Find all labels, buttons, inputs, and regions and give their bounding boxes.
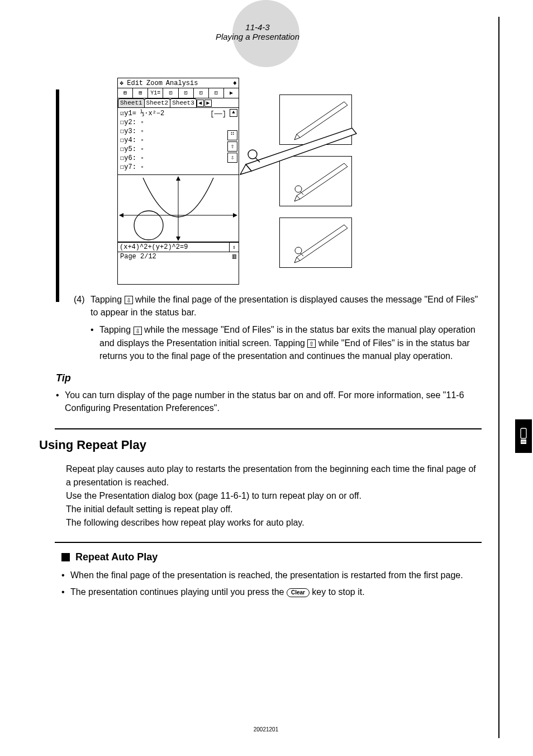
figure-area: ❖ Edit Zoom Analysis ♦ ⊞ ⊞ Y1= ⊡ ⊡ ⊡ ⊡ ▶… [117, 78, 482, 285]
svg-point-21 [295, 247, 302, 254]
stylus-figure-2 [279, 156, 352, 206]
scroll-widgets[interactable]: ⠛ ⇧ ⇩ [227, 130, 237, 163]
scroll-down-button[interactable]: ⇩ [227, 153, 237, 163]
para: Repeat play causes auto play to restarts… [66, 462, 476, 489]
stylus-figure-3 [279, 218, 352, 268]
section-title: Playing a Presentation [34, 32, 482, 41]
toolbar-more[interactable]: ▶ [224, 88, 239, 98]
svg-rect-1 [521, 440, 526, 444]
tip-body: • You can turn display of the page numbe… [56, 389, 470, 414]
divider [55, 428, 482, 429]
repeat-paragraphs: Repeat play causes auto play to restarts… [66, 462, 476, 530]
h2-using-repeat-play: Using Repeat Play [39, 438, 482, 452]
page-header: 11-4-3 Playing a Presentation [34, 17, 482, 41]
scroll-top-icon[interactable]: ▲ [230, 109, 237, 117]
toolbar[interactable]: ⊞ ⊞ Y1= ⊡ ⊡ ⊡ ⊡ ▶ [118, 88, 239, 98]
drag-handle-icon[interactable]: ⠛ [227, 130, 237, 140]
svg-marker-19 [297, 225, 348, 261]
bullet-icon: • [61, 569, 70, 582]
func-y3[interactable]: ☐y3: ▫ [120, 127, 236, 136]
equation-input[interactable]: (x+4)^2+(y+2)^2=9 ⇕ [118, 242, 239, 252]
func-y7[interactable]: ☐y7: ▫ [120, 163, 236, 172]
svg-line-26 [255, 158, 260, 162]
svg-marker-15 [297, 163, 348, 199]
func-y4[interactable]: ☐y4: ▫ [120, 136, 236, 145]
toolbar-btn[interactable]: Y1= [148, 88, 163, 98]
menu-diamond-icon[interactable]: ♦ [233, 79, 237, 87]
svg-marker-13 [297, 102, 348, 138]
svg-marker-8 [176, 237, 180, 241]
footer-date: 20021201 [254, 726, 279, 733]
procedure-sidebar [56, 89, 59, 302]
toolbar-btn[interactable]: ⊞ [118, 88, 133, 98]
calculator-screenshot: ❖ Edit Zoom Analysis ♦ ⊞ ⊞ Y1= ⊡ ⊡ ⊡ ⊡ ▶… [117, 78, 239, 285]
square-bullet-icon [61, 553, 70, 561]
battery-icon: ▥ [232, 252, 236, 262]
down-arrow-icon: ⇩ [125, 296, 133, 304]
step-4-block: (4) Tapping ⇩ while the final page of th… [74, 293, 482, 362]
app-menu-icon[interactable]: ❖ [120, 79, 123, 87]
tab-sheet2[interactable]: Sheet2 [144, 98, 171, 107]
h3-text: Repeat Auto Play [75, 551, 158, 563]
equation-side-icon[interactable]: ⇕ [230, 243, 239, 252]
bullet-icon: • [56, 389, 65, 414]
equation-field[interactable]: (x+4)^2+(y+2)^2=9 [118, 243, 230, 252]
autoplay-bullets: • When the final page of the presentatio… [61, 569, 482, 599]
bullet-text: When the final page of the presentation … [70, 569, 463, 582]
tab-sheet3[interactable]: Sheet3 [170, 98, 197, 107]
tip-text: You can turn display of the page number … [65, 389, 470, 414]
sheet-tabs[interactable]: Sheet1 Sheet2 Sheet3 ◀ ▶ [118, 98, 239, 108]
menu-bar[interactable]: ❖ Edit Zoom Analysis ♦ [118, 78, 239, 88]
func-y5[interactable]: ☐y5: ▫ [120, 145, 236, 154]
tab-nav-right[interactable]: ▶ [204, 100, 212, 107]
svg-point-17 [295, 186, 302, 192]
line-style-icon: [——] [210, 110, 226, 118]
svg-marker-7 [176, 176, 180, 181]
section-number: 11-4-3 [34, 22, 482, 32]
divider [55, 542, 482, 543]
status-bar: Page 2/12 ▥ [118, 252, 239, 262]
toolbar-btn[interactable]: ⊡ [179, 88, 194, 98]
menu-zoom[interactable]: Zoom [146, 79, 163, 87]
function-list[interactable]: ☑y1= ⅓·x²−2 ☐y2: ▫ ☐y3: ▫ ☐y4: ▫ ☐y5: ▫ … [118, 108, 239, 175]
toolbar-btn[interactable]: ⊡ [163, 88, 178, 98]
bullet-icon: • [61, 585, 70, 599]
tip-heading: Tip [56, 372, 482, 384]
status-page: Page 2/12 [120, 252, 156, 262]
menu-edit[interactable]: Edit [127, 79, 143, 87]
up-arrow-icon: ⇧ [307, 339, 316, 348]
clear-key-icon: Clear [287, 588, 310, 597]
bullet-text: The presentation continues playing until… [70, 585, 365, 599]
toolbar-btn[interactable]: ⊞ [133, 88, 148, 98]
para: The initial default setting is repeat pl… [66, 503, 476, 516]
func-y2[interactable]: ☐y2: ▫ [120, 118, 236, 127]
stylus-figure-1 [279, 94, 352, 145]
tab-nav-left[interactable]: ◀ [197, 100, 204, 107]
para: Use the Presentation dialog box (page 11… [66, 489, 476, 503]
bullet-icon: • [91, 323, 99, 362]
side-tab-icon [515, 419, 532, 453]
func-y6[interactable]: ☐y6: ▫ [120, 154, 236, 163]
para: The following describes how repeat play … [66, 516, 476, 530]
svg-marker-10 [119, 213, 123, 218]
h3-repeat-auto-play: Repeat Auto Play [61, 551, 482, 563]
step-sub-text: Tapping ⇩ while the message "End of File… [99, 323, 482, 362]
graph-pane[interactable] [118, 175, 239, 242]
svg-point-25 [248, 150, 257, 159]
menu-analysis[interactable]: Analysis [166, 79, 198, 87]
tab-sheet1[interactable]: Sheet1 [118, 98, 145, 107]
svg-marker-24 [240, 164, 251, 174]
step-text: Tapping ⇩ while the final page of the pr… [91, 293, 482, 319]
svg-marker-11 [233, 213, 237, 218]
toolbar-btn[interactable]: ⊡ [194, 88, 209, 98]
step-number: (4) [74, 293, 91, 319]
toolbar-btn[interactable]: ⊡ [209, 88, 224, 98]
svg-rect-0 [521, 428, 526, 438]
down-arrow-icon: ⇩ [134, 327, 142, 335]
scroll-up-button[interactable]: ⇧ [227, 141, 237, 152]
